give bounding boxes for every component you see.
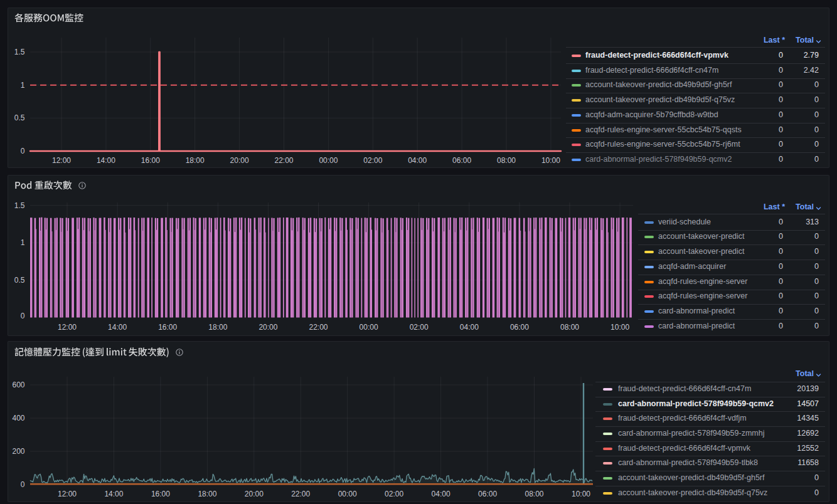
svg-text:10:00: 10:00 bbox=[572, 490, 590, 498]
svg-text:00:00: 00:00 bbox=[338, 490, 357, 498]
svg-text:22:00: 22:00 bbox=[291, 490, 310, 498]
svg-text:08:00: 08:00 bbox=[525, 490, 543, 498]
svg-text:22:00: 22:00 bbox=[309, 323, 328, 332]
svg-text:400: 400 bbox=[12, 414, 24, 423]
svg-text:04:00: 04:00 bbox=[460, 323, 479, 332]
svg-text:08:00: 08:00 bbox=[497, 156, 516, 165]
svg-text:0: 0 bbox=[21, 480, 25, 489]
svg-text:20:00: 20:00 bbox=[259, 323, 277, 332]
svg-text:0: 0 bbox=[21, 147, 25, 155]
svg-text:06:00: 06:00 bbox=[510, 323, 529, 332]
svg-text:14:00: 14:00 bbox=[104, 490, 123, 498]
svg-text:18:00: 18:00 bbox=[208, 323, 227, 332]
svg-text:06:00: 06:00 bbox=[452, 156, 471, 165]
svg-text:16:00: 16:00 bbox=[158, 323, 177, 332]
svg-text:22:00: 22:00 bbox=[274, 156, 293, 165]
svg-text:08:00: 08:00 bbox=[560, 323, 579, 332]
svg-text:0: 0 bbox=[21, 312, 25, 320]
svg-text:04:00: 04:00 bbox=[408, 156, 427, 165]
svg-text:200: 200 bbox=[12, 447, 24, 456]
svg-text:02:00: 02:00 bbox=[385, 490, 403, 498]
svg-text:00:00: 00:00 bbox=[360, 323, 378, 332]
svg-text:04:00: 04:00 bbox=[432, 490, 450, 498]
svg-text:0.5: 0.5 bbox=[14, 276, 25, 285]
svg-text:20:00: 20:00 bbox=[245, 490, 264, 498]
svg-text:16:00: 16:00 bbox=[141, 156, 160, 165]
svg-text:14:00: 14:00 bbox=[97, 156, 115, 165]
svg-text:10:00: 10:00 bbox=[610, 323, 629, 332]
svg-text:10:00: 10:00 bbox=[541, 156, 560, 165]
svg-text:02:00: 02:00 bbox=[410, 323, 429, 332]
svg-text:600: 600 bbox=[12, 381, 24, 389]
svg-text:18:00: 18:00 bbox=[198, 490, 216, 498]
svg-text:0.5: 0.5 bbox=[14, 113, 25, 122]
svg-text:00:00: 00:00 bbox=[319, 156, 338, 165]
svg-text:1: 1 bbox=[21, 238, 25, 247]
svg-text:18:00: 18:00 bbox=[186, 156, 205, 165]
svg-text:06:00: 06:00 bbox=[478, 490, 497, 498]
svg-text:1: 1 bbox=[21, 81, 25, 90]
svg-text:12:00: 12:00 bbox=[58, 490, 77, 498]
svg-text:14:00: 14:00 bbox=[108, 323, 127, 332]
svg-text:16:00: 16:00 bbox=[151, 490, 170, 498]
svg-text:12:00: 12:00 bbox=[58, 323, 77, 332]
svg-text:20:00: 20:00 bbox=[230, 156, 249, 165]
svg-text:02:00: 02:00 bbox=[363, 156, 382, 165]
svg-text:12:00: 12:00 bbox=[52, 156, 71, 165]
svg-text:1.5: 1.5 bbox=[14, 48, 25, 56]
svg-text:1.5: 1.5 bbox=[14, 201, 25, 210]
